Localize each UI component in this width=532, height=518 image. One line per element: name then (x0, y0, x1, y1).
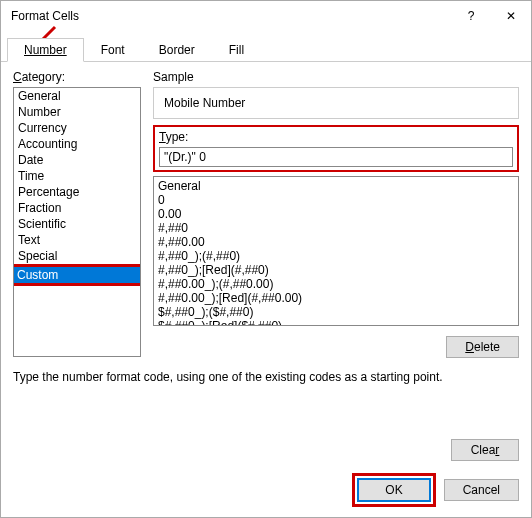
format-code-option[interactable]: #,##0_);(#,##0) (157, 249, 515, 263)
type-region-highlight: Type: (153, 125, 519, 172)
ok-highlight: OK (352, 473, 435, 507)
category-option[interactable]: General (14, 88, 140, 104)
format-code-option[interactable]: #,##0.00_);[Red](#,##0.00) (157, 291, 515, 305)
category-option[interactable]: Special (14, 248, 140, 264)
tab-bar: Number Font Border Fill (1, 37, 531, 62)
content-area: Category: GeneralNumberCurrencyAccountin… (1, 62, 531, 384)
format-code-option[interactable]: 0 (157, 193, 515, 207)
sample-value: Mobile Number (164, 96, 245, 110)
category-option[interactable]: Text (14, 232, 140, 248)
hint-text: Type the number format code, using one o… (13, 370, 519, 384)
titlebar: Format Cells ? ✕ (1, 1, 531, 31)
ok-button[interactable]: OK (357, 478, 430, 502)
format-codes-listbox[interactable]: General00.00#,##0#,##0.00#,##0_);(#,##0)… (153, 176, 519, 326)
category-option[interactable]: Currency (14, 120, 140, 136)
category-option[interactable]: Fraction (14, 200, 140, 216)
close-icon: ✕ (506, 9, 516, 23)
tab-font[interactable]: Font (84, 38, 142, 62)
format-code-option[interactable]: #,##0.00_);(#,##0.00) (157, 277, 515, 291)
category-option[interactable]: Custom (14, 267, 140, 283)
format-code-option[interactable]: $#,##0_);[Red]($#,##0) (157, 319, 515, 326)
category-label: Category: (13, 70, 141, 84)
category-option[interactable]: Number (14, 104, 140, 120)
category-option[interactable]: Accounting (14, 136, 140, 152)
format-code-option[interactable]: General (157, 179, 515, 193)
help-icon: ? (468, 9, 475, 23)
help-button[interactable]: ? (451, 1, 491, 31)
format-code-option[interactable]: #,##0 (157, 221, 515, 235)
dialog-buttons: OK Cancel (352, 473, 519, 507)
sample-box: Mobile Number (153, 87, 519, 119)
clear-button[interactable]: Clear (451, 439, 519, 461)
category-option[interactable]: Time (14, 168, 140, 184)
category-option[interactable]: Date (14, 152, 140, 168)
format-code-option[interactable]: 0.00 (157, 207, 515, 221)
type-input[interactable] (159, 147, 513, 167)
category-option[interactable]: Percentage (14, 184, 140, 200)
tab-number[interactable]: Number (7, 38, 84, 62)
category-listbox[interactable]: GeneralNumberCurrencyAccountingDateTimeP… (13, 87, 141, 357)
category-column: Category: GeneralNumberCurrencyAccountin… (13, 70, 141, 358)
cancel-button[interactable]: Cancel (444, 479, 519, 501)
dialog-title: Format Cells (11, 9, 451, 23)
close-button[interactable]: ✕ (491, 1, 531, 31)
delete-button[interactable]: Delete (446, 336, 519, 358)
type-label: Type: (159, 130, 513, 144)
format-code-option[interactable]: #,##0_);[Red](#,##0) (157, 263, 515, 277)
format-cells-dialog: Format Cells ? ✕ Number Font Border Fill… (0, 0, 532, 518)
tab-border[interactable]: Border (142, 38, 212, 62)
sample-label: Sample (153, 70, 519, 84)
tab-fill[interactable]: Fill (212, 38, 261, 62)
category-option[interactable]: Scientific (14, 216, 140, 232)
format-code-option[interactable]: #,##0.00 (157, 235, 515, 249)
right-column: Sample Mobile Number Type: General00.00#… (153, 70, 519, 358)
format-code-option[interactable]: $#,##0_);($#,##0) (157, 305, 515, 319)
